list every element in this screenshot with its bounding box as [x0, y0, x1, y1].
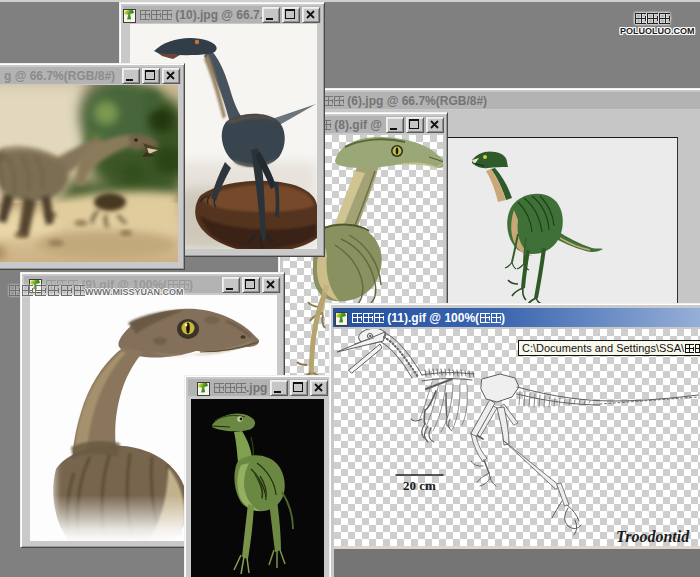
svg-text:Troodontid: Troodontid: [616, 528, 690, 545]
svg-text:20 cm: 20 cm: [403, 478, 436, 493]
